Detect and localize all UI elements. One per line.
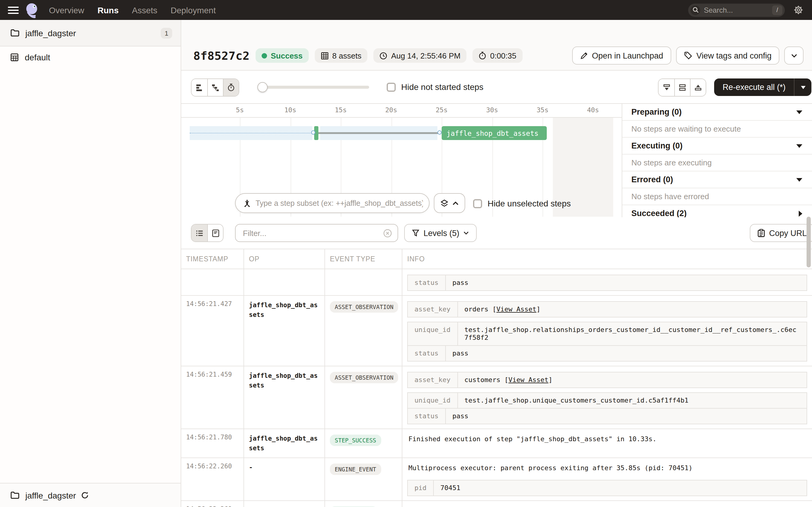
log-filter-box[interactable] <box>235 224 398 242</box>
checkbox-icon[interactable] <box>387 82 396 92</box>
open-in-launchpad-button[interactable]: Open in Launchpad <box>572 47 671 65</box>
axis-tick-label: 5s <box>236 106 244 114</box>
copy-url-button[interactable]: Copy URL <box>750 224 812 242</box>
re-execute-menu-caret[interactable] <box>795 86 812 89</box>
metadata-value: pass <box>446 275 475 290</box>
step-subset-input[interactable] <box>251 199 423 207</box>
hide-not-started-checkbox[interactable]: Hide not started steps <box>387 82 483 92</box>
sidebar-repo-jaffle-dagster[interactable]: jaffle_dagster 1 <box>0 20 181 47</box>
metadata-key: pid <box>408 481 434 496</box>
repo-count-badge: 1 <box>161 27 172 38</box>
log-filter-input[interactable] <box>243 228 383 237</box>
folder-icon <box>10 491 19 499</box>
log-row[interactable]: 14:56:21.427jaffle_shop_dbt_assetsASSET_… <box>181 296 812 367</box>
panel-section-title: Errored (0) <box>631 175 673 184</box>
log-info-cell: statuspass <box>402 269 812 295</box>
view-tags-config-button[interactable]: View tags and config <box>676 47 779 65</box>
gantt-flat-view-button[interactable] <box>192 79 207 96</box>
folder-icon <box>10 29 19 37</box>
panel-section-title: Executing (0) <box>631 141 683 150</box>
gantt-zoom-slider[interactable] <box>259 86 369 89</box>
collapse-down-button[interactable] <box>659 79 674 96</box>
metadata-value: test.jaffle_shop.unique_customers_custom… <box>458 393 695 408</box>
levels-filter-button[interactable]: Levels (5) <box>404 224 477 242</box>
gantt-toolbar: Hide not started steps Re-execute all (*… <box>181 71 812 104</box>
metadata-row: unique_idtest.jaffle_shop.relationships_… <box>408 322 807 345</box>
gantt-timed-view-button[interactable] <box>223 79 239 96</box>
log-row[interactable]: 14:56:22.269-RUN_SUCCESSFinished executi… <box>181 501 812 507</box>
log-view-mode-group <box>191 224 223 242</box>
log-event-type-cell: ASSET_OBSERVATION <box>325 296 402 366</box>
log-structured-view-button[interactable] <box>207 225 223 241</box>
run-id: 8f8527c2 <box>193 49 250 62</box>
metadata-value: customers [View Asset] <box>458 373 559 388</box>
log-timestamp: 14:56:21.780 <box>181 429 244 457</box>
sidebar-item-default[interactable]: default <box>0 47 181 68</box>
log-message: Finished execution of step "jaffle_shop_… <box>407 433 807 447</box>
panel-section-preparing[interactable]: Preparing (0) <box>622 104 812 121</box>
caret-down-icon <box>796 110 802 114</box>
op-selector-icon <box>243 199 251 207</box>
expand-rows-button[interactable] <box>674 79 690 96</box>
chevron-down-icon <box>791 53 797 58</box>
dagster-logo-icon[interactable] <box>25 2 39 18</box>
clock-icon <box>380 52 388 59</box>
step-subset-input-wrap[interactable] <box>235 193 429 213</box>
checkbox-icon[interactable] <box>473 199 482 208</box>
panel-section-executing[interactable]: Executing (0) <box>622 137 812 155</box>
step-bar-jaffle-shop-dbt-assets[interactable]: jaffle_shop_dbt_assets <box>442 126 547 140</box>
settings-gear-icon[interactable] <box>793 5 804 15</box>
metadata-value: pass <box>446 409 475 424</box>
log-row[interactable]: statuspass <box>181 269 812 296</box>
log-list-view-button[interactable] <box>192 225 207 241</box>
caret-right-icon <box>799 210 802 216</box>
collapse-up-button[interactable] <box>690 79 706 96</box>
view-asset-link[interactable]: View Asset <box>496 305 536 313</box>
assets-grid-icon <box>321 52 329 59</box>
log-row[interactable]: 14:56:21.780jaffle_shop_dbt_assetsSTEP_S… <box>181 429 812 458</box>
nav-item-deployment[interactable]: Deployment <box>171 5 216 15</box>
nav-item-overview[interactable]: Overview <box>49 5 84 15</box>
log-event-type-cell: ENGINE_EVENT <box>325 458 402 500</box>
slider-knob[interactable] <box>257 82 268 92</box>
gantt-waterfall-view-button[interactable] <box>207 79 223 96</box>
column-header: OP <box>244 249 325 269</box>
stopwatch-icon <box>478 51 486 60</box>
log-info-cell: Multiprocess executor: parent process ex… <box>402 458 812 500</box>
nav-item-assets[interactable]: Assets <box>132 5 157 15</box>
search-box[interactable]: / <box>688 3 785 17</box>
hide-unselected-checkbox[interactable]: Hide unselected steps <box>473 199 571 208</box>
step-bar-label: jaffle_shop_dbt_assets <box>447 129 539 137</box>
search-input[interactable] <box>700 6 772 14</box>
job-grid-icon <box>10 53 19 62</box>
log-timestamp: 14:56:22.260 <box>181 458 244 500</box>
metadata-table: asset_keyorders [View Asset] <box>407 301 807 318</box>
caret-down-icon <box>796 178 802 181</box>
metadata-table: statuspass <box>407 275 807 291</box>
reload-icon[interactable] <box>81 491 89 499</box>
metadata-table: unique_idtest.jaffle_shop.relationships_… <box>407 322 807 346</box>
metadata-value: pass <box>446 346 475 361</box>
graph-query-toggle-button[interactable] <box>434 193 465 213</box>
metadata-value: test.jaffle_shop.relationships_orders_cu… <box>458 322 807 345</box>
panel-section-errored[interactable]: Errored (0) <box>622 171 812 188</box>
funnel-icon <box>412 229 419 237</box>
vertical-scrollbar[interactable] <box>807 217 811 267</box>
nav-items: OverviewRunsAssetsDeployment <box>49 5 216 15</box>
menu-icon[interactable] <box>8 6 19 13</box>
main-content: 8f8527c2 Success 8 assets Aug 14, 2:55:4… <box>181 20 812 507</box>
step-state-panel: Preparing (0)No steps are waiting to exe… <box>622 104 812 217</box>
search-icon <box>691 5 700 15</box>
clear-filter-icon[interactable] <box>383 228 392 237</box>
nav-item-runs[interactable]: Runs <box>98 5 119 15</box>
view-asset-link[interactable]: View Asset <box>508 376 548 384</box>
metadata-table: statuspass <box>407 408 807 424</box>
log-row[interactable]: 14:56:21.459jaffle_shop_dbt_assetsASSET_… <box>181 367 812 429</box>
asset-count-badge[interactable]: 8 assets <box>315 48 368 63</box>
metadata-key: status <box>408 275 446 290</box>
re-execute-all-button[interactable]: Re-execute all (*) <box>714 78 812 96</box>
run-actions-menu-button[interactable] <box>784 47 804 65</box>
log-info-cell: asset_keyorders [View Asset]unique_idtes… <box>402 296 812 366</box>
log-row[interactable]: 14:56:22.260-ENGINE_EVENTMultiprocess ex… <box>181 458 812 501</box>
waiting-dotted-line <box>189 133 311 133</box>
